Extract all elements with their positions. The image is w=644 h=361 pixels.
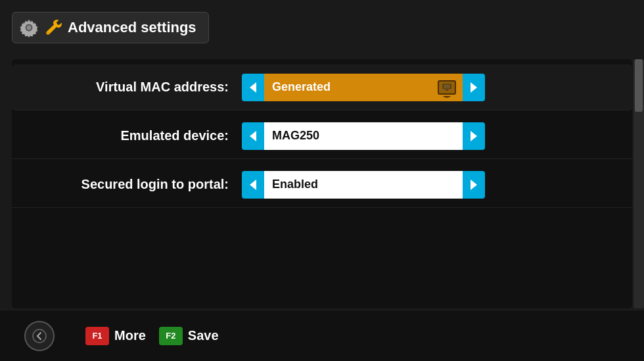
secured-login-label: Secured login to portal: bbox=[32, 177, 242, 192]
svg-rect-5 bbox=[444, 85, 450, 89]
secured-login-selector: Enabled bbox=[242, 171, 485, 199]
tv-display-icon bbox=[442, 84, 451, 91]
svg-rect-6 bbox=[446, 89, 448, 90]
emulated-device-value: MAG250 bbox=[264, 122, 463, 150]
emulated-device-prev-btn[interactable] bbox=[242, 122, 264, 150]
f1-label: More bbox=[114, 328, 146, 343]
arrow-right-icon bbox=[471, 180, 477, 190]
secured-login-value: Enabled bbox=[264, 171, 463, 199]
f2-key: F2 bbox=[159, 327, 183, 345]
f2-save-button[interactable]: F2 Save bbox=[159, 327, 219, 345]
page-title: Advanced settings bbox=[68, 19, 196, 36]
f1-key: F1 bbox=[85, 327, 109, 345]
svg-point-3 bbox=[47, 32, 49, 34]
back-arrow-icon bbox=[32, 329, 47, 343]
scrollbar[interactable] bbox=[633, 59, 644, 308]
footer-back-section bbox=[13, 321, 66, 351]
mac-address-next-btn[interactable] bbox=[463, 74, 485, 101]
wrench-icon bbox=[44, 18, 62, 37]
f2-label: Save bbox=[188, 328, 219, 343]
f1-more-button[interactable]: F1 More bbox=[85, 327, 146, 345]
back-button[interactable] bbox=[24, 321, 55, 351]
emulated-device-label: Emulated device: bbox=[32, 128, 242, 143]
settings-panel: Virtual MAC address: Generated bbox=[12, 59, 632, 308]
gear-icon bbox=[19, 18, 39, 37]
scrollbar-thumb[interactable] bbox=[635, 59, 643, 112]
secured-login-prev-btn[interactable] bbox=[242, 171, 264, 199]
footer-actions: F1 More F2 Save bbox=[85, 327, 219, 345]
svg-point-8 bbox=[33, 329, 46, 343]
arrow-left-icon bbox=[250, 131, 256, 141]
mac-address-control: Generated bbox=[242, 74, 612, 101]
emulated-device-control: MAG250 bbox=[242, 122, 612, 150]
emulated-device-next-btn[interactable] bbox=[463, 122, 485, 150]
secured-login-control: Enabled bbox=[242, 171, 612, 199]
footer-bar: F1 More F2 Save bbox=[0, 310, 644, 361]
mac-address-selector: Generated bbox=[242, 74, 485, 101]
emulated-device-row: Emulated device: MAG250 bbox=[12, 113, 632, 159]
arrow-left-icon bbox=[250, 82, 256, 93]
secured-login-row: Secured login to portal: Enabled bbox=[12, 162, 632, 208]
arrow-right-icon bbox=[471, 82, 477, 93]
mac-address-prev-btn[interactable] bbox=[242, 74, 264, 101]
emulated-device-selector: MAG250 bbox=[242, 122, 485, 150]
header-bar: Advanced settings bbox=[12, 12, 209, 43]
svg-point-2 bbox=[27, 26, 32, 30]
secured-login-next-btn[interactable] bbox=[463, 171, 485, 199]
mac-address-value: Generated bbox=[264, 74, 463, 101]
mac-address-row: Virtual MAC address: Generated bbox=[12, 64, 632, 110]
mac-address-label: Virtual MAC address: bbox=[32, 80, 242, 95]
arrow-right-icon bbox=[471, 131, 477, 141]
tv-icon bbox=[438, 80, 456, 95]
arrow-left-icon bbox=[250, 180, 256, 190]
svg-rect-7 bbox=[445, 90, 449, 91]
